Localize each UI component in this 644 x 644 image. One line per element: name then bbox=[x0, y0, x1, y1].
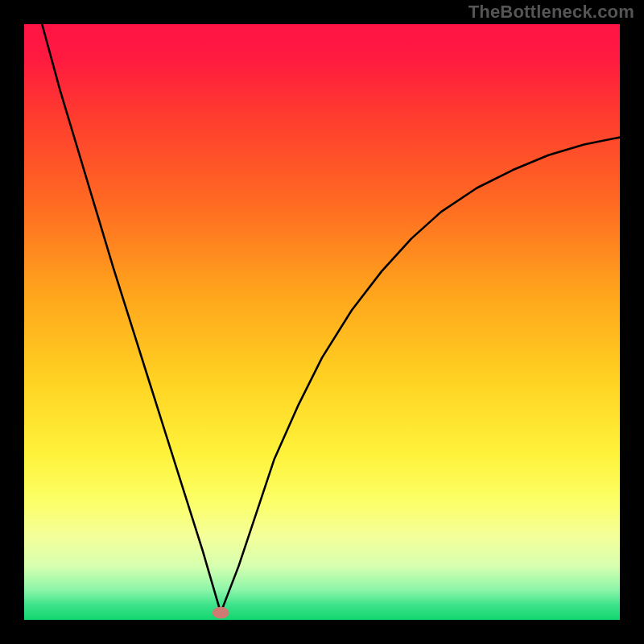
watermark-text: TheBottleneck.com bbox=[469, 2, 634, 23]
bottleneck-curve bbox=[42, 24, 620, 613]
optimal-point-marker bbox=[213, 607, 229, 619]
curve-layer bbox=[24, 24, 620, 620]
chart-frame: TheBottleneck.com bbox=[0, 0, 644, 644]
plot-area bbox=[24, 24, 620, 620]
